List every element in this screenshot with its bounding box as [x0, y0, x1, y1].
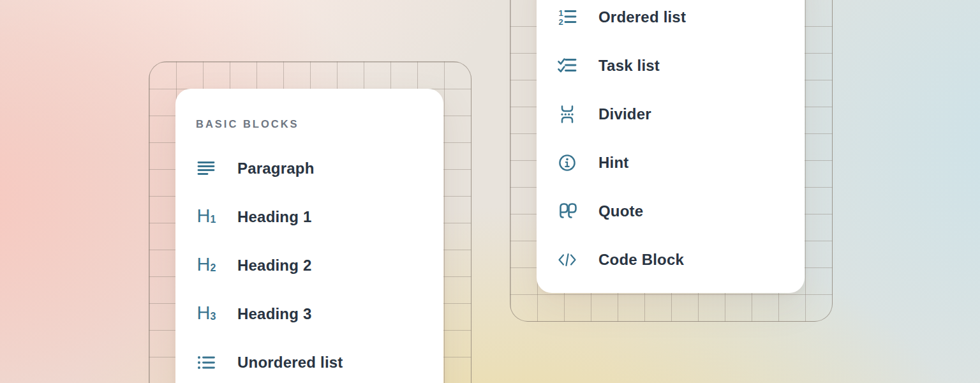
blocks-list: 1 2 Ordered list	[537, 0, 805, 284]
menu-item-label: Code Block	[598, 251, 684, 269]
heading-2-icon: H2	[196, 255, 216, 276]
code-block-icon	[557, 250, 577, 270]
menu-item-quote[interactable]: Quote	[537, 187, 805, 236]
menu-item-label: Task list	[598, 57, 660, 75]
editor-blocks-illustration: BASIC BLOCKS Paragraph H1 Heading 1	[0, 0, 980, 383]
heading-1-icon: H1	[196, 207, 216, 227]
menu-item-ordered-list[interactable]: 1 2 Ordered list	[537, 0, 805, 41]
basic-blocks-menu: BASIC BLOCKS Paragraph H1 Heading 1	[175, 89, 443, 383]
menu-item-code-block[interactable]: Code Block	[537, 236, 805, 284]
divider-icon	[557, 104, 577, 124]
paragraph-icon	[196, 158, 216, 179]
menu-item-label: Heading 1	[237, 208, 312, 226]
unordered-list-icon	[196, 352, 216, 373]
menu-item-label: Unordered list	[237, 354, 343, 372]
svg-text:2: 2	[559, 17, 563, 27]
menu-item-unordered-list[interactable]: Unordered list	[175, 338, 443, 383]
menu-item-label: Ordered list	[598, 8, 686, 26]
menu-item-heading-3[interactable]: H3 Heading 3	[175, 290, 443, 338]
section-label: BASIC BLOCKS	[196, 117, 443, 131]
menu-item-task-list[interactable]: Task list	[537, 41, 805, 90]
menu-item-label: Heading 2	[237, 257, 312, 274]
menu-item-label: Heading 3	[237, 305, 312, 323]
hint-icon	[557, 153, 577, 173]
menu-item-label: Hint	[598, 154, 628, 172]
heading-3-icon: H3	[196, 304, 216, 324]
ordered-list-icon: 1 2	[557, 7, 577, 27]
menu-item-hint[interactable]: Hint	[537, 139, 805, 187]
task-list-icon	[557, 56, 577, 76]
menu-item-heading-1[interactable]: H1 Heading 1	[175, 193, 443, 241]
menu-item-paragraph[interactable]: Paragraph	[175, 144, 443, 193]
svg-text:1: 1	[559, 8, 563, 18]
menu-item-label: Paragraph	[237, 160, 315, 177]
menu-item-divider[interactable]: Divider	[537, 90, 805, 139]
quote-icon	[557, 201, 577, 222]
menu-item-heading-2[interactable]: H2 Heading 2	[175, 241, 443, 290]
menu-item-label: Divider	[598, 105, 651, 123]
menu-item-label: Quote	[598, 202, 643, 220]
blocks-menu-continued: 1 2 Ordered list	[537, 0, 805, 293]
basic-blocks-list: Paragraph H1 Heading 1 H2 Heading 2 H3 H…	[175, 144, 443, 383]
